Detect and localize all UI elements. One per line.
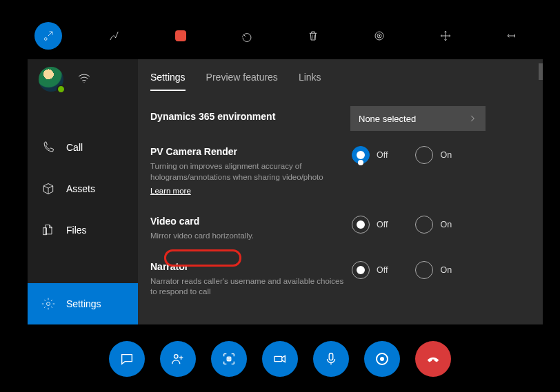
narrator-desc: Narrator reads caller's username and ava… [150,276,350,298]
record-icon [376,353,388,365]
sidebar-item-assets[interactable]: Assets [28,168,138,209]
svg-point-4 [47,302,50,306]
content-area: Settings Preview features Links Dynamics… [138,59,543,324]
sidebar-item-label: Settings [66,298,101,309]
tab-settings[interactable]: Settings [150,72,186,91]
env-select-label: None selected [359,114,416,124]
record-button[interactable] [364,341,400,377]
people-button[interactable] [160,341,196,377]
avatar[interactable] [39,67,63,92]
pv-title: PV Camera Render [150,146,350,157]
tab-preview-features[interactable]: Preview features [206,72,278,91]
pv-on-label: On [440,150,452,160]
env-title: Dynamics 365 environment [150,111,350,122]
focus-button[interactable] [366,22,393,50]
svg-point-5 [174,355,179,359]
video-on-radio[interactable] [415,216,433,234]
record-square-icon [175,30,186,41]
sidebar: Call Assets Files Settings [28,59,138,324]
end-call-button[interactable] [415,341,451,377]
sidebar-item-label: Files [66,225,87,236]
pin-button[interactable] [498,22,526,50]
narrator-off-radio[interactable] [352,261,370,279]
sidebar-item-files[interactable]: Files [28,209,138,251]
learn-more-link[interactable]: Learn more [150,187,191,195]
collapse-button[interactable] [34,22,62,50]
sidebar-item-label: Assets [66,183,95,194]
pv-off-radio[interactable] [352,146,370,164]
pv-desc: Turning on improves alignment accuracy o… [150,161,350,183]
presence-available-icon [57,85,66,94]
video-desc: Mirror video card horizontally. [150,231,350,242]
wifi-icon [77,71,91,87]
pv-on-radio[interactable] [415,146,433,164]
chevron-right-icon [468,114,477,123]
svg-point-0 [44,38,47,41]
stop-record-button[interactable] [167,22,194,50]
tab-links[interactable]: Links [299,72,321,91]
narrator-on-label: On [440,265,452,275]
video-off-radio[interactable] [352,216,370,234]
sidebar-item-call[interactable]: Call [28,127,138,168]
ink-button[interactable] [101,22,128,50]
video-on-label: On [440,220,452,229]
env-select[interactable]: None selected [350,106,486,131]
svg-rect-9 [329,353,333,360]
narrator-title: Narrator [150,261,350,272]
narrator-on-radio[interactable] [415,261,433,279]
sidebar-item-settings[interactable]: Settings [28,283,138,324]
action-bar [109,341,451,377]
undo-button[interactable] [233,22,261,50]
capture-button[interactable] [211,341,247,377]
delete-button[interactable] [299,22,327,50]
video-off-label: Off [377,220,388,229]
svg-rect-8 [274,356,282,361]
svg-point-3 [379,35,380,37]
move-button[interactable] [432,22,459,50]
settings-panel: Call Assets Files Settings Settings Prev… [28,59,543,324]
video-title: Video card [150,216,350,227]
sidebar-item-label: Call [66,142,83,153]
narrator-off-label: Off [377,265,388,275]
pv-off-label: Off [377,150,388,160]
scrollbar[interactable] [539,63,543,80]
svg-point-7 [228,358,230,360]
mic-button[interactable] [313,341,349,377]
chat-button[interactable] [109,341,145,377]
video-button[interactable] [262,341,298,377]
